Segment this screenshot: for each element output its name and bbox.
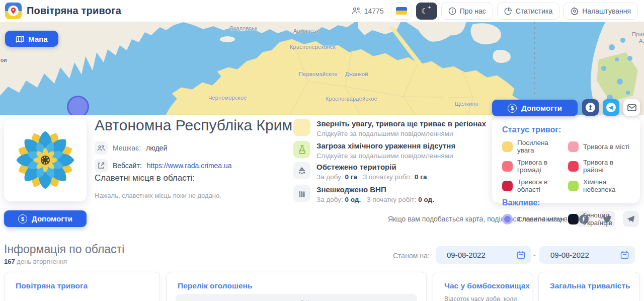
dark-mode-toggle[interactable]: ☾+ <box>416 3 437 20</box>
shells-icon <box>293 185 310 202</box>
email-button[interactable] <box>623 99 640 116</box>
settings-label: Налаштування <box>582 7 631 15</box>
map-label-city: ои <box>1 57 7 63</box>
famous-place-swatch <box>502 214 513 224</box>
color-swatch <box>568 181 579 191</box>
gear-icon <box>571 7 579 15</box>
donate-button-bottom[interactable]: $ Допомогти <box>4 210 87 227</box>
about-button[interactable]: Про нас <box>441 3 493 20</box>
legend-item: Тривога в районі <box>568 159 631 174</box>
map-label-city: Первомайское <box>299 71 338 77</box>
dollar-icon: $ <box>18 214 27 223</box>
app-logo-icon[interactable] <box>5 3 22 19</box>
card-air-alert: Повітряна тривога <box>4 272 160 301</box>
website-link[interactable]: https://www.rada.crimea.ua <box>147 162 232 170</box>
status-title: Знешкоджено ВНП <box>316 185 434 194</box>
status-subtitle: За добу: 0 га З початку робіт: 0 га <box>316 173 427 181</box>
legend-important-title: Важливе: <box>502 198 631 207</box>
announcements-table-header: # Оголошено Відбій Тривалість <box>176 294 417 301</box>
donate-label: Допомогти <box>32 214 72 223</box>
info-icon <box>448 7 456 15</box>
mine-detector-icon <box>293 162 310 179</box>
website-label: Вебсайт: <box>113 162 142 170</box>
status-ordnance: Знешкоджено ВНП За добу: 0 од. З початку… <box>293 185 490 203</box>
color-swatch <box>502 141 513 152</box>
header-actions: 14775 ☾+ Про нас Статистика Налаштування <box>352 3 639 20</box>
users-icon <box>352 7 361 15</box>
calendar-icon <box>620 251 629 259</box>
envelope-icon <box>627 104 636 111</box>
map-label-city: Джанкой <box>345 71 368 77</box>
people-group-icon <box>95 141 108 155</box>
facebook-button[interactable]: f <box>582 99 599 116</box>
online-count: 14775 <box>364 7 384 15</box>
map-label-city: Скадовськ <box>229 25 257 31</box>
map-icon <box>16 35 24 43</box>
card-total-duration: Загальна тривалість <box>538 272 640 301</box>
ukraine-flag-icon <box>396 7 407 15</box>
legend-item: Геноцид Українців <box>568 211 631 227</box>
calendar-icon <box>517 251 525 259</box>
website-row: Вебсайт: https://www.rada.crimea.ua <box>95 159 232 172</box>
statistics-button[interactable]: Статистика <box>497 3 560 20</box>
telegram-button[interactable] <box>603 99 619 116</box>
map-label-city: Красноперекопск <box>290 44 336 50</box>
legend-item: Славетні місця <box>502 211 565 227</box>
status-subtitle: Слідкуйте за подальшими повідомленнями <box>316 130 486 137</box>
legend-important-grid: Славетні місця Геноцид Українців <box>502 211 631 227</box>
settings-button[interactable]: Налаштування <box>564 3 638 20</box>
color-swatch <box>568 141 579 152</box>
date-from-value: 09-08-2022 <box>447 251 517 259</box>
status-title: Зверніть увагу, тривога ще триває в регі… <box>316 119 486 128</box>
moon-icon: ☾+ <box>421 7 432 16</box>
legend-item: Посилена увага <box>502 139 565 154</box>
language-flag-button[interactable] <box>391 3 412 20</box>
telegram-icon <box>606 103 616 112</box>
region-title: Автономна Республіка Крим <box>95 117 292 137</box>
card-title: Загальна тривалість <box>550 281 639 290</box>
famous-places-title: Славетні місця в області: <box>95 173 195 183</box>
population-label: Мешкає: <box>113 144 141 152</box>
date-to-input[interactable]: 09-08-2022 <box>539 246 635 264</box>
donate-button-top[interactable]: $ Допомогти <box>492 100 578 116</box>
as-of-label: Станом на: <box>393 252 430 260</box>
map-label-city: Аз <box>639 38 644 44</box>
online-users: 14775 <box>352 7 384 15</box>
map-label-city: Красногвардейское <box>326 96 377 102</box>
color-swatch <box>502 161 513 172</box>
card-title: Час у бомбосховищах <box>444 281 532 290</box>
famous-place-marker[interactable] <box>67 96 89 115</box>
map-label-city: Черноморское <box>208 95 247 101</box>
card-shelter-time: Час у бомбосховищах Відсоток часу доби, … <box>433 272 532 301</box>
status-title: Загроза хімічного ураження відсутня <box>316 141 455 150</box>
legend-title: Статус тривог: <box>502 125 631 134</box>
invasion-day: 167 день вторгнення <box>4 258 67 265</box>
status-chemical: Загроза хімічного ураження відсутня Слід… <box>293 141 490 160</box>
card-title: Повітряна тривога <box>16 281 159 290</box>
legend-item: Тривога в області <box>502 178 565 193</box>
about-label: Про нас <box>460 7 486 15</box>
facebook-icon: f <box>586 103 595 112</box>
status-title: Обстежено територій <box>316 162 427 172</box>
top-bar: Повітряна тривога 14775 ☾+ Про нас Стати… <box>0 0 644 22</box>
date-from-input[interactable]: 09-08-2022 <box>436 246 531 264</box>
legend-item: Хімічна небезпека <box>568 178 631 193</box>
date-to-value: 09-08-2022 <box>550 251 620 259</box>
population-row: Мешкає: людей <box>95 141 167 155</box>
section-title: Інформація по області <box>4 243 124 256</box>
card-title: Перелік оголошень <box>178 281 426 290</box>
map-label-city: Щелкино <box>455 101 478 107</box>
map-label-city: Армянськ <box>293 28 319 34</box>
map-button-label: Мапа <box>28 35 47 43</box>
map-label-city: Прим <box>632 31 644 37</box>
status-alert-ongoing: Зверніть увагу, тривога ще триває в регі… <box>293 119 490 137</box>
statistics-label: Статистика <box>516 7 553 15</box>
legend-grid: Посилена увага Тривога в місті Тривога в… <box>502 139 631 193</box>
app-title: Повітряна тривога <box>27 5 121 17</box>
location-pin-icon <box>8 6 19 16</box>
map-view-button[interactable]: Мапа <box>5 31 58 47</box>
region-emblem <box>13 128 77 192</box>
date-separator: - <box>533 251 536 259</box>
region-emblem-card <box>4 119 87 201</box>
external-link-icon <box>95 159 108 172</box>
